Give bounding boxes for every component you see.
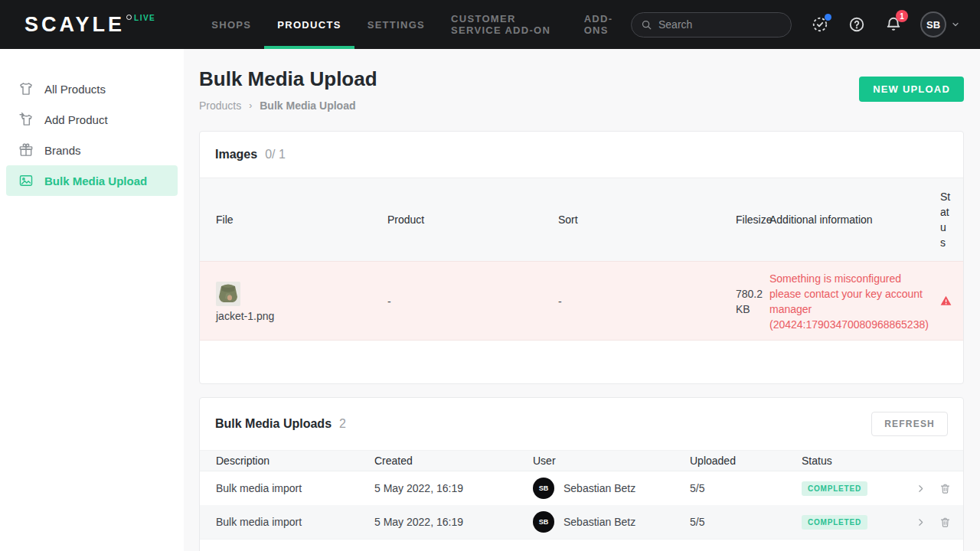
new-upload-button[interactable]: NEW UPLOAD xyxy=(859,77,964,102)
sidebar-item-label: Brands xyxy=(44,144,81,157)
logo-text: SCAYLE xyxy=(24,13,125,36)
status-cell xyxy=(940,262,963,341)
search-input[interactable] xyxy=(658,18,781,31)
top-navigation: SHOPS PRODUCTS SETTINGS CUSTOMER SERVICE… xyxy=(198,0,631,49)
column-header-status: Status xyxy=(802,451,910,471)
status-badge: COMPLETED xyxy=(802,481,867,496)
sidebar-item-bulk-media-upload[interactable]: Bulk Media Upload xyxy=(6,165,178,196)
nav-products[interactable]: PRODUCTS xyxy=(264,0,354,49)
nav-customer-service-add-on[interactable]: CUSTOMER SERVICE ADD-ON xyxy=(438,0,571,49)
actions-cell xyxy=(910,505,964,539)
additional-information-cell: Something is misconfigured please contac… xyxy=(769,262,940,341)
images-card-header: Images 0/ 1 xyxy=(200,132,963,178)
chevron-down-icon xyxy=(951,20,960,29)
nav-shops[interactable]: SHOPS xyxy=(198,0,264,49)
sidebar-item-all-products[interactable]: All Products xyxy=(6,73,178,104)
created-cell: 5 May 2022, 16:19 xyxy=(374,471,533,506)
column-header-file: File xyxy=(200,178,387,262)
breadcrumb-current: Bulk Media Upload xyxy=(260,99,355,112)
notifications-button[interactable]: 1 xyxy=(885,16,902,33)
file-name: jacket-1.png xyxy=(216,310,387,322)
images-card-empty-space xyxy=(200,341,963,383)
created-cell: 5 May 2022, 16:19 xyxy=(374,505,533,539)
uploads-card: Bulk Media Uploads 2 REFRESH Description… xyxy=(199,397,964,551)
column-header-filesize: Filesize xyxy=(736,178,769,262)
column-header-status: Status xyxy=(940,178,963,262)
topbar: SCAYLE LIVE SHOPS PRODUCTS SETTINGS CUST… xyxy=(0,0,980,49)
delete-upload-button[interactable] xyxy=(939,517,951,528)
file-cell: jacket-1.png xyxy=(200,262,387,341)
sidebar-item-label: Bulk Media Upload xyxy=(44,174,147,187)
gift-icon xyxy=(18,142,34,158)
uploads-card-title: Bulk Media Uploads xyxy=(215,417,332,431)
topbar-right: 1 SB xyxy=(631,11,960,37)
user-menu-button[interactable] xyxy=(951,20,960,29)
sidebar-item-add-product[interactable]: Add Product xyxy=(6,104,178,135)
description-cell: Bulk media import xyxy=(200,505,374,539)
images-card-count: 0/ 1 xyxy=(265,148,286,161)
uploads-table-header-row: Description Created User Uploaded Status xyxy=(200,451,964,471)
user-name: Sebastian Betz xyxy=(564,516,635,528)
actions-cell xyxy=(910,471,964,506)
column-header-additional-information: Additional information xyxy=(769,178,940,262)
product-cell: - xyxy=(387,262,558,341)
search-box[interactable] xyxy=(631,12,792,37)
nav-add-ons[interactable]: ADD-ONS xyxy=(571,0,631,49)
user-avatar[interactable]: SB xyxy=(920,11,946,37)
sidebar-item-brands[interactable]: Brands xyxy=(6,135,178,165)
scayle-logo[interactable]: SCAYLE LIVE xyxy=(24,13,155,36)
column-header-sort: Sort xyxy=(558,178,736,262)
warning-triangle-icon xyxy=(940,295,952,306)
column-header-user: User xyxy=(533,451,690,471)
breadcrumb-products[interactable]: Products xyxy=(199,99,241,112)
column-header-actions xyxy=(910,451,964,471)
delete-upload-button[interactable] xyxy=(939,483,951,494)
user-row-avatar: SB xyxy=(533,511,554,533)
column-header-uploaded: Uploaded xyxy=(690,451,802,471)
status-cell: COMPLETED xyxy=(802,471,910,506)
uploaded-cell: 5/5 xyxy=(690,471,802,506)
nav-settings[interactable]: SETTINGS xyxy=(354,0,438,49)
status-badge: COMPLETED xyxy=(802,515,867,530)
page-header: Bulk Media Upload Products › Bulk Media … xyxy=(199,67,964,112)
error-message: Something is misconfigured please contac… xyxy=(769,271,940,332)
tasks-button[interactable] xyxy=(812,16,828,33)
tshirt-add-icon xyxy=(18,112,34,127)
uploads-card-footer: Show 50 Showing 1-2 of 2 1 xyxy=(200,539,963,551)
images-table-header-row: File Product Sort Filesize Additional in… xyxy=(200,178,963,262)
image-icon xyxy=(18,173,34,188)
search-icon xyxy=(641,19,652,31)
column-header-created: Created xyxy=(374,451,533,471)
column-header-product: Product xyxy=(387,178,558,262)
uploads-card-header: Bulk Media Uploads 2 REFRESH xyxy=(200,398,963,450)
uploaded-cell: 5/5 xyxy=(690,505,802,539)
upload-row[interactable]: Bulk media import 5 May 2022, 16:19 SB S… xyxy=(200,505,964,539)
chevron-right-icon xyxy=(916,484,926,494)
uploads-card-count: 2 xyxy=(339,417,346,431)
tshirt-icon xyxy=(18,81,34,96)
breadcrumb: Products › Bulk Media Upload xyxy=(199,99,377,112)
trash-icon xyxy=(939,483,951,494)
refresh-button[interactable]: REFRESH xyxy=(871,412,948,436)
main-content: Bulk Media Upload Products › Bulk Media … xyxy=(184,49,980,551)
upload-row[interactable]: Bulk media import 5 May 2022, 16:19 SB S… xyxy=(200,471,964,506)
logo-circle-icon xyxy=(126,15,132,20)
user-cell: SB Sebastian Betz xyxy=(533,471,690,506)
image-error-row[interactable]: jacket-1.png - - 780.2 KB Something is m… xyxy=(200,262,963,341)
filesize-cell: 780.2 KB xyxy=(736,262,769,341)
trash-icon xyxy=(939,517,951,528)
open-upload-button[interactable] xyxy=(916,517,926,527)
sidebar-item-label: All Products xyxy=(44,83,106,96)
description-cell: Bulk media import xyxy=(200,471,374,506)
open-upload-button[interactable] xyxy=(916,484,926,494)
page-title: Bulk Media Upload xyxy=(199,67,377,90)
sidebar-item-label: Add Product xyxy=(44,113,108,126)
uploads-table: Description Created User Uploaded Status… xyxy=(200,450,964,539)
images-card: Images 0/ 1 File Product Sort Filesize A… xyxy=(199,131,964,384)
live-badge: LIVE xyxy=(134,14,155,22)
help-button[interactable] xyxy=(848,16,865,33)
file-thumbnail[interactable] xyxy=(216,282,240,306)
sidebar: All Products Add Product Brands Bulk Med… xyxy=(0,49,184,551)
chevron-right-icon xyxy=(916,517,926,527)
user-row-avatar: SB xyxy=(533,478,554,499)
